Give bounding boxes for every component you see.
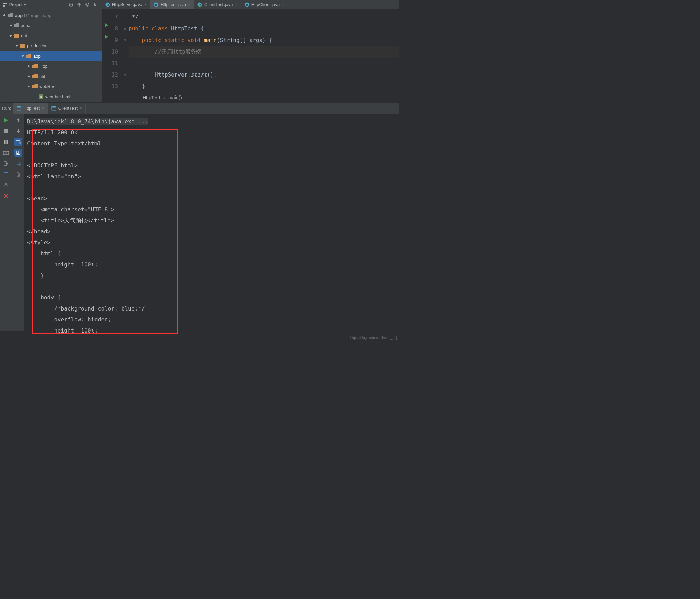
tree-arrow-icon[interactable] xyxy=(20,54,25,58)
class-icon: C xyxy=(154,2,158,7)
tree-item-label: webRoot xyxy=(39,84,57,89)
print-icon[interactable] xyxy=(14,159,22,168)
tree-arrow-icon[interactable] xyxy=(26,74,31,79)
editor-body[interactable]: 78910111213 ⊟⊟ ⊟ */ public class HttpTes… xyxy=(102,9,399,93)
svg-rect-22 xyxy=(7,140,8,144)
svg-text:H: H xyxy=(40,95,42,99)
tree-arrow-icon[interactable] xyxy=(26,64,31,68)
run-config-tab[interactable]: ClientTest× xyxy=(48,103,86,114)
tree-arrow-icon[interactable] xyxy=(8,33,13,38)
svg-rect-27 xyxy=(17,162,20,163)
folder-orange-icon xyxy=(20,43,26,48)
tab-label: HttpServer.java xyxy=(112,2,142,7)
tree-root[interactable]: aop D:\project\aop xyxy=(0,10,102,20)
close-run-tab-icon[interactable]: × xyxy=(42,106,44,111)
pause-icon[interactable] xyxy=(2,138,10,146)
run-tab-label: ClientTest xyxy=(58,106,78,111)
down-icon[interactable] xyxy=(14,127,22,135)
class-icon: C xyxy=(197,2,202,7)
watermark: https://blog.csdn.net/linhao_obj xyxy=(350,336,397,340)
svg-point-24 xyxy=(5,152,7,154)
tree-item[interactable]: .idea xyxy=(0,20,102,30)
folder-orange-icon xyxy=(32,74,38,79)
tree-arrow-icon[interactable] xyxy=(33,94,37,99)
svg-rect-20 xyxy=(4,129,8,133)
close-tab-icon[interactable]: × xyxy=(144,2,147,7)
run-config-icon xyxy=(51,106,56,111)
close-tab-icon[interactable]: × xyxy=(188,2,190,7)
tree-item-label: out xyxy=(21,33,27,38)
svg-text:C: C xyxy=(107,3,109,6)
close-tab-icon[interactable]: × xyxy=(235,2,237,7)
up-icon[interactable] xyxy=(14,116,22,124)
svg-point-5 xyxy=(87,4,88,5)
run-config-icon xyxy=(17,106,21,111)
tree-arrow-icon[interactable] xyxy=(8,23,13,28)
tree-item[interactable]: webRoot xyxy=(0,81,102,91)
trash-icon[interactable] xyxy=(14,170,22,178)
run-tool-column-left xyxy=(0,114,12,331)
editor-tab[interactable]: CHttpServer.java× xyxy=(102,0,150,9)
project-sidebar: Project aop D:\project\aop .ideaoutprodu… xyxy=(0,0,102,102)
tree-arrow-icon[interactable] xyxy=(14,43,19,48)
tree-item[interactable]: aop xyxy=(0,51,102,61)
project-tree: aop D:\project\aop .ideaoutproductionaop… xyxy=(0,9,102,102)
tab-label: ClientTest.java xyxy=(204,2,233,7)
svg-rect-21 xyxy=(4,140,6,144)
run-config-tab[interactable]: HttpTest× xyxy=(13,103,48,114)
tab-label: HttpClient.java xyxy=(251,2,280,7)
scroll-to-end-icon[interactable] xyxy=(14,149,22,157)
tab-label: HttpTest.java xyxy=(161,2,186,7)
tree-item-label: aop xyxy=(33,54,41,59)
chevron-right-icon: › xyxy=(163,95,165,100)
run-icon[interactable] xyxy=(2,116,10,124)
sidebar-header: Project xyxy=(0,0,102,9)
expand-icon[interactable] xyxy=(76,1,83,8)
project-title[interactable]: Project xyxy=(3,2,67,7)
gutter: 78910111213 xyxy=(102,9,121,93)
camera-icon[interactable] xyxy=(2,149,10,157)
svg-rect-1 xyxy=(5,3,7,4)
close-run-tab-icon[interactable]: × xyxy=(80,106,82,111)
breadcrumb-class[interactable]: HttpTest xyxy=(143,95,160,100)
layout-icon[interactable] xyxy=(2,170,10,178)
chevron-down-icon xyxy=(24,4,26,5)
tree-item-label: Http xyxy=(39,64,47,69)
editor-tab[interactable]: CHttpClient.java× xyxy=(241,0,288,9)
tree-item[interactable]: out xyxy=(0,30,102,41)
editor-tab[interactable]: CClientTest.java× xyxy=(194,0,241,9)
soft-wrap-icon[interactable] xyxy=(14,138,22,146)
svg-text:C: C xyxy=(246,3,248,6)
close-icon[interactable] xyxy=(2,192,10,200)
editor-tab[interactable]: CHttpTest.java× xyxy=(150,0,194,9)
code-area[interactable]: */ public class HttpTest { public static… xyxy=(129,9,399,93)
svg-rect-0 xyxy=(3,3,5,4)
svg-point-4 xyxy=(71,4,72,5)
folder-orange-icon xyxy=(32,84,38,89)
project-title-text: Project xyxy=(9,2,22,7)
console-output[interactable]: D:\Java\jdk1.8.0_74\bin\java.exe ... HTT… xyxy=(24,114,399,331)
tree-item[interactable]: util xyxy=(0,71,102,81)
gear-icon[interactable] xyxy=(84,1,91,8)
breadcrumb[interactable]: HttpTest › main() xyxy=(102,93,399,102)
editor-tabs: CHttpServer.java×CHttpTest.java×CClientT… xyxy=(102,0,399,9)
close-tab-icon[interactable]: × xyxy=(282,2,284,7)
tree-item[interactable]: Hweather.html xyxy=(0,91,102,102)
svg-rect-26 xyxy=(4,172,8,173)
exit-icon[interactable] xyxy=(2,159,10,168)
tree-item[interactable]: production xyxy=(0,41,102,51)
folder-grey-icon xyxy=(14,23,20,28)
pin-icon[interactable] xyxy=(2,181,10,189)
folder-orange-icon xyxy=(26,54,32,58)
collapse-icon[interactable] xyxy=(92,1,99,8)
class-icon: C xyxy=(105,2,110,7)
tree-root-name: aop D:\project\aop xyxy=(15,13,51,18)
locate-icon[interactable] xyxy=(67,1,75,8)
breadcrumb-method[interactable]: main() xyxy=(168,95,182,100)
tree-item[interactable]: Http xyxy=(0,61,102,71)
stop-icon[interactable] xyxy=(2,127,10,135)
run-label: Run: xyxy=(0,106,13,111)
tree-arrow-icon[interactable] xyxy=(26,84,31,89)
fold-strip[interactable]: ⊟⊟ ⊟ xyxy=(121,9,129,93)
run-tool-bar: Run: HttpTest×ClientTest× xyxy=(0,102,399,114)
